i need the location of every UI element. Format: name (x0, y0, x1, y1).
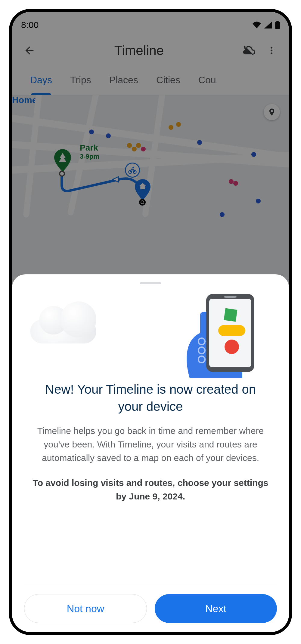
next-button[interactable]: Next (155, 594, 277, 623)
button-label: Not now (67, 603, 104, 615)
phone-hand-illustration (172, 288, 271, 378)
sheet-emphasis: To avoid losing visits and routes, choos… (24, 476, 277, 506)
bottom-sheet: New! Your Timeline is now created on you… (12, 274, 289, 632)
svg-rect-15 (218, 325, 245, 336)
sheet-body: Timeline helps you go back in time and r… (24, 424, 277, 476)
sheet-actions: Not now Next (24, 586, 277, 623)
cloud-illustration (30, 304, 96, 343)
svg-point-13 (224, 296, 237, 298)
sheet-grabber[interactable] (140, 282, 161, 284)
not-now-button[interactable]: Not now (24, 594, 147, 623)
device-frame: 8:00 Timeline (9, 9, 292, 635)
sheet-hero (24, 288, 277, 378)
sheet-title: New! Your Timeline is now created on you… (24, 378, 277, 424)
button-label: Next (205, 603, 226, 615)
svg-rect-14 (224, 308, 237, 322)
svg-point-16 (225, 340, 239, 354)
